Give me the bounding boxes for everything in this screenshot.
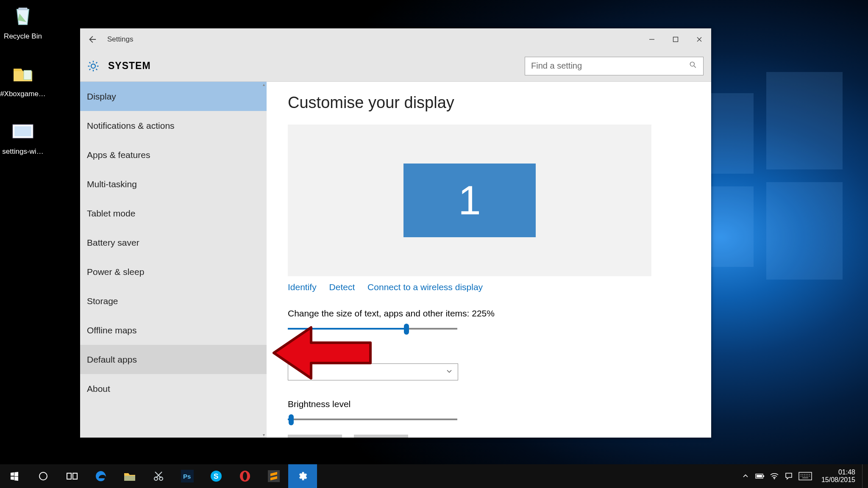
sublime-icon xyxy=(268,470,280,482)
desktop-icon-recycle-bin[interactable]: Recycle Bin xyxy=(0,3,48,41)
display-preview[interactable]: 1 xyxy=(288,125,651,276)
minimize-button[interactable] xyxy=(640,28,664,50)
system-tray: 01:48 15/08/2015 xyxy=(738,464,868,488)
close-button[interactable] xyxy=(687,28,711,50)
monitor-tile-1[interactable]: 1 xyxy=(403,164,536,237)
sidebar-scrollbar[interactable]: ▴ ▾ xyxy=(261,82,267,438)
category-title: SYSTEM xyxy=(108,60,151,72)
content-pane: Customise your display 1 Identify Detect… xyxy=(267,82,711,438)
svg-text:S: S xyxy=(214,472,218,480)
task-view-icon xyxy=(67,472,78,480)
tray-overflow[interactable] xyxy=(738,464,753,488)
sidebar-item-battery-saver[interactable]: Battery saver xyxy=(80,228,267,257)
search-task-button[interactable] xyxy=(29,464,58,488)
apply-cancel-row xyxy=(288,435,690,438)
identify-link[interactable]: Identify xyxy=(288,282,317,292)
tray-wifi[interactable] xyxy=(767,464,782,488)
brightness-label: Brightness level xyxy=(288,399,690,409)
svg-rect-11 xyxy=(67,473,71,479)
svg-rect-12 xyxy=(73,473,77,479)
tray-input-indicator[interactable] xyxy=(796,464,815,488)
skype-icon: S xyxy=(210,470,223,482)
tray-battery[interactable] xyxy=(753,464,767,488)
back-button[interactable] xyxy=(80,28,104,50)
taskbar-app-explorer[interactable] xyxy=(115,464,144,488)
minimize-icon xyxy=(649,36,655,42)
page-heading: Customise your display xyxy=(288,94,690,112)
sidebar-item-label: Apps & features xyxy=(87,150,150,160)
scissors-icon xyxy=(153,470,164,482)
category-header: SYSTEM Find a setting xyxy=(80,50,711,82)
sidebar-item-label: Power & sleep xyxy=(87,267,144,277)
sidebar-item-tablet-mode[interactable]: Tablet mode xyxy=(80,199,267,228)
sidebar-item-label: Storage xyxy=(87,296,118,306)
titlebar: Settings xyxy=(80,28,711,50)
tray-action-center[interactable] xyxy=(782,464,796,488)
cortana-circle-icon xyxy=(38,471,48,481)
windows-logo-icon xyxy=(9,471,19,481)
sidebar-item-label: About xyxy=(87,384,110,394)
search-input[interactable]: Find a setting xyxy=(525,57,704,75)
battery-icon xyxy=(755,473,765,479)
sidebar-item-offline-maps[interactable]: Offline maps xyxy=(80,316,267,345)
apply-button[interactable] xyxy=(288,435,342,438)
chevron-up-icon xyxy=(743,473,748,479)
show-desktop-button[interactable] xyxy=(862,464,865,488)
maximize-icon xyxy=(673,36,679,42)
edge-icon xyxy=(95,470,107,482)
svg-rect-21 xyxy=(268,470,280,482)
maximize-button[interactable] xyxy=(664,28,687,50)
brightness-slider[interactable] xyxy=(288,419,457,420)
desktop-icon-label: #Xboxgame… xyxy=(0,90,48,98)
desktop-icon-label: settings-wi… xyxy=(0,147,48,156)
gear-icon xyxy=(86,59,100,73)
connect-wireless-link[interactable]: Connect to a wireless display xyxy=(367,282,483,292)
file-explorer-icon xyxy=(123,471,136,482)
display-action-links: Identify Detect Connect to a wireless di… xyxy=(288,282,690,292)
task-view-button[interactable] xyxy=(58,464,86,488)
scale-label: Change the size of text, apps and other … xyxy=(288,308,690,319)
taskbar-clock[interactable]: 01:48 15/08/2015 xyxy=(817,469,860,484)
taskbar-app-photoshop[interactable]: Ps xyxy=(173,464,202,488)
keyboard-icon xyxy=(798,472,812,480)
sidebar-item-label: Battery saver xyxy=(87,238,139,248)
orientation-dropdown[interactable] xyxy=(288,363,458,380)
svg-rect-1 xyxy=(766,182,843,280)
sidebar-item-label: Offline maps xyxy=(87,325,137,336)
sidebar-item-multitasking[interactable]: Multi-tasking xyxy=(80,169,267,199)
scroll-up-icon[interactable]: ▴ xyxy=(261,82,267,87)
sidebar-item-storage[interactable]: Storage xyxy=(80,286,267,316)
sidebar-item-about[interactable]: About xyxy=(80,374,267,403)
svg-point-8 xyxy=(690,62,694,66)
clock-date: 15/08/2015 xyxy=(821,476,855,484)
back-arrow-icon xyxy=(87,35,97,44)
taskbar-app-snip[interactable] xyxy=(144,464,173,488)
scroll-down-icon[interactable]: ▾ xyxy=(261,432,267,438)
recycle-bin-icon xyxy=(9,3,36,30)
sidebar-item-display[interactable]: Display xyxy=(80,82,267,111)
detect-link[interactable]: Detect xyxy=(329,282,355,292)
taskbar: Ps S 01:48 15/08/ xyxy=(0,464,868,488)
taskbar-app-sublime[interactable] xyxy=(259,464,288,488)
desktop-icon-xboxgame[interactable]: #Xboxgame… xyxy=(0,60,48,98)
taskbar-app-settings[interactable] xyxy=(288,464,317,488)
folder-icon xyxy=(9,60,36,87)
search-icon xyxy=(689,61,697,71)
sidebar-item-notifications[interactable]: Notifications & actions xyxy=(80,111,267,140)
sidebar-item-default-apps[interactable]: Default apps xyxy=(80,345,267,374)
scale-slider[interactable] xyxy=(288,328,457,330)
sidebar-item-label: Default apps xyxy=(87,355,137,365)
taskbar-app-skype[interactable]: S xyxy=(202,464,231,488)
sidebar-item-power-sleep[interactable]: Power & sleep xyxy=(80,257,267,286)
taskbar-app-opera[interactable] xyxy=(231,464,259,488)
taskbar-app-edge[interactable] xyxy=(86,464,115,488)
sidebar: Display Notifications & actions Apps & f… xyxy=(80,82,267,438)
opera-icon xyxy=(239,470,251,482)
svg-point-25 xyxy=(774,478,775,480)
sidebar-item-apps-features[interactable]: Apps & features xyxy=(80,140,267,169)
close-icon xyxy=(696,36,702,42)
sidebar-item-label: Multi-tasking xyxy=(87,179,137,189)
cancel-button[interactable] xyxy=(354,435,408,438)
start-button[interactable] xyxy=(0,464,29,488)
desktop-icon-settings-img[interactable]: settings-wi… xyxy=(0,118,48,156)
